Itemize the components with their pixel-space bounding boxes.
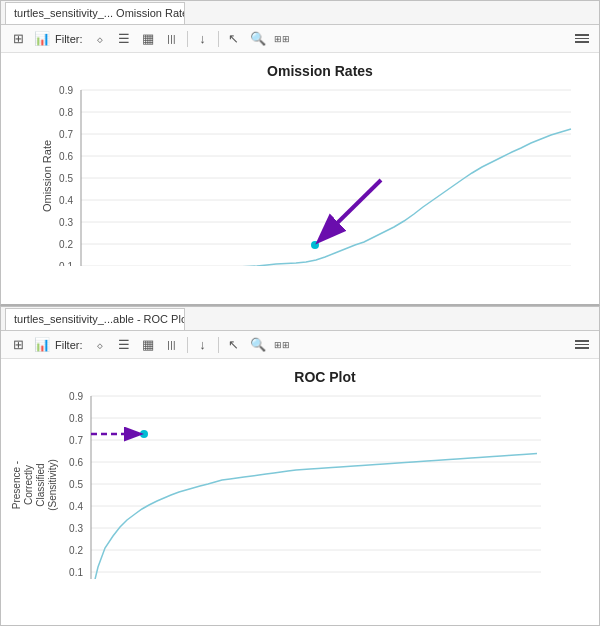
roc-y-tick-08: 0.8 [69, 413, 83, 424]
roc-panel: turtles_sensitivity_...able - ROC Plot ✕… [0, 306, 600, 626]
roc-y-tick-02: 0.2 [69, 545, 83, 556]
roc-y-tick-01: 0.1 [69, 567, 83, 578]
y-tick-09: 0.9 [59, 85, 73, 96]
cursor-button[interactable]: ↖ [223, 29, 245, 49]
y-tick-02: 0.2 [59, 239, 73, 250]
roc-table-button[interactable]: ▦ [137, 335, 159, 355]
roc-grid-view-button[interactable]: ⊞ [7, 335, 29, 355]
roc-chart-container: Presence - Correctly Classified (Sensiti… [61, 391, 589, 579]
grid-settings-button[interactable]: ⊞⊞ [271, 29, 293, 49]
arrow-down-button[interactable]: ↓ [192, 29, 214, 49]
y-tick-06: 0.6 [59, 151, 73, 162]
roc-chart-title: ROC Plot [61, 369, 589, 385]
tab-omission-label: turtles_sensitivity_... Omission Rates [14, 7, 185, 19]
menu-button-roc[interactable] [571, 335, 593, 355]
zoom-button[interactable]: 🔍 [247, 29, 269, 49]
y-tick-03: 0.3 [59, 217, 73, 228]
roc-zoom-button[interactable]: 🔍 [247, 335, 269, 355]
tab-omission[interactable]: turtles_sensitivity_... Omission Rates ✕ [5, 2, 185, 24]
roc-separator-2 [218, 337, 219, 353]
roc-cursor-button[interactable]: ↖ [223, 335, 245, 355]
filter-label-roc: Filter: [55, 339, 83, 351]
omission-svg: 0.9 0.8 0.7 0.6 0.5 0.4 0.3 0.2 0.1 0.1 … [51, 85, 589, 266]
y-tick-05: 0.5 [59, 173, 73, 184]
tab-bar-omission: turtles_sensitivity_... Omission Rates ✕ [1, 1, 599, 25]
roc-highlight-point [140, 430, 148, 438]
y-tick-01: 0.1 [59, 261, 73, 266]
roc-y-tick-03: 0.3 [69, 523, 83, 534]
roc-y-tick-04: 0.4 [69, 501, 83, 512]
roc-grid-settings-button[interactable]: ⊞⊞ [271, 335, 293, 355]
roc-curve [91, 454, 537, 580]
roc-y-tick-09: 0.9 [69, 391, 83, 402]
tab-bar-roc: turtles_sensitivity_...able - ROC Plot ✕ [1, 307, 599, 331]
roc-y-tick-06: 0.6 [69, 457, 83, 468]
separator-2 [218, 31, 219, 47]
roc-filter-funnel-button[interactable]: ⬦ [89, 335, 111, 355]
bar-chart-button[interactable]: 📊 [31, 29, 53, 49]
menu-button-omission[interactable] [571, 29, 593, 49]
omission-chart-area: Omission Rates Omission Rate 0.9 0.8 0.7 [1, 53, 599, 304]
omission-curve [81, 129, 571, 266]
roc-separator-1 [187, 337, 188, 353]
tab-roc-label: turtles_sensitivity_...able - ROC Plot [14, 313, 185, 325]
roc-y-tick-05: 0.5 [69, 479, 83, 490]
y-tick-04: 0.4 [59, 195, 73, 206]
roc-arrow-down-button[interactable]: ↓ [192, 335, 214, 355]
omission-chart-title: Omission Rates [51, 63, 589, 79]
toolbar-roc: ⊞ 📊 Filter: ⬦ ☰ ▦ ⫼ ↓ ↖ 🔍 ⊞⊞ [1, 331, 599, 359]
roc-bar-chart-button[interactable]: 📊 [31, 335, 53, 355]
roc-columns-button[interactable]: ⫼ [161, 335, 183, 355]
y-tick-08: 0.8 [59, 107, 73, 118]
roc-svg: 0.9 0.8 0.7 0.6 0.5 0.4 0.3 0.2 0.1 0.1 … [61, 391, 589, 579]
grid-view-button[interactable]: ⊞ [7, 29, 29, 49]
y-tick-07: 0.7 [59, 129, 73, 140]
filter-label-omission: Filter: [55, 33, 83, 45]
roc-y-tick-07: 0.7 [69, 435, 83, 446]
roc-chart-area: ROC Plot Presence - Correctly Classified… [1, 359, 599, 625]
omission-panel: turtles_sensitivity_... Omission Rates ✕… [0, 0, 600, 306]
filter-funnel-button[interactable]: ⬦ [89, 29, 111, 49]
filter-list-button[interactable]: ☰ [113, 29, 135, 49]
omission-arrow [321, 180, 381, 239]
table-button[interactable]: ▦ [137, 29, 159, 49]
columns-button[interactable]: ⫼ [161, 29, 183, 49]
separator-1 [187, 31, 188, 47]
omission-y-label: Omission Rate [41, 139, 53, 211]
omission-highlight-point [311, 241, 319, 249]
roc-filter-list-button[interactable]: ☰ [113, 335, 135, 355]
omission-chart-container: Omission Rate 0.9 0.8 0.7 0.6 0.5 [51, 85, 589, 266]
tab-roc[interactable]: turtles_sensitivity_...able - ROC Plot ✕ [5, 308, 185, 330]
toolbar-omission: ⊞ 📊 Filter: ⬦ ☰ ▦ ⫼ ↓ ↖ 🔍 ⊞⊞ [1, 25, 599, 53]
roc-y-label: Presence - Correctly Classified (Sensiti… [11, 459, 59, 511]
